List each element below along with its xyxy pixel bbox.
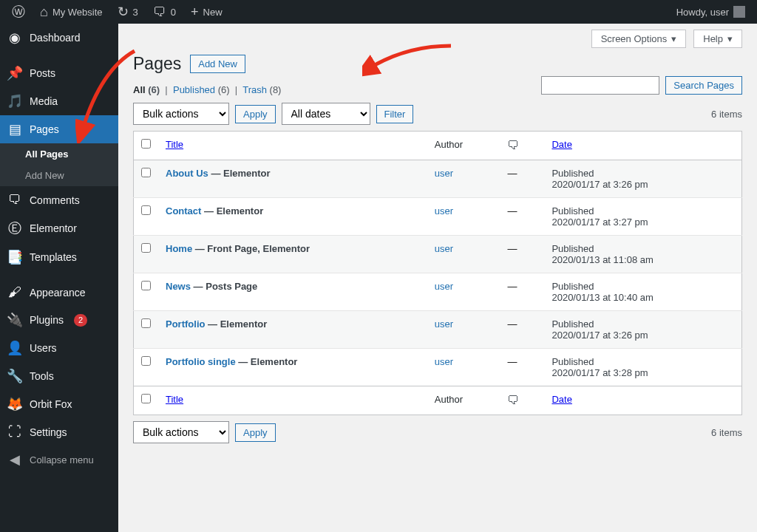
menu-separator bbox=[0, 271, 118, 279]
comments-cell: — bbox=[500, 236, 544, 273]
plus-icon: + bbox=[191, 4, 199, 20]
submenu-all-pages[interactable]: All Pages bbox=[0, 143, 118, 165]
row-checkbox[interactable] bbox=[141, 281, 151, 290]
search-input[interactable] bbox=[541, 76, 659, 95]
page-title-link[interactable]: News bbox=[166, 281, 191, 292]
site-name-label: My Website bbox=[52, 7, 103, 18]
updates-link[interactable]: ↻3 bbox=[112, 0, 144, 24]
author-link[interactable]: user bbox=[435, 243, 453, 254]
date-cell: Published2020/01/13 at 11:08 am bbox=[544, 236, 741, 273]
search-button[interactable]: Search Pages bbox=[665, 76, 742, 95]
pages-table: Title Author 🗨 Date About Us — Elementor… bbox=[133, 131, 742, 415]
col-title-sort[interactable]: Title bbox=[166, 139, 183, 150]
sidebar-item-dashboard[interactable]: ◉Dashboard bbox=[0, 24, 118, 52]
wrench-icon: 🔧 bbox=[7, 368, 22, 384]
add-new-button[interactable]: Add New bbox=[190, 55, 245, 73]
sidebar-label: Posts bbox=[30, 67, 55, 79]
row-checkbox[interactable] bbox=[141, 318, 151, 328]
author-link[interactable]: user bbox=[435, 356, 453, 367]
item-count-bottom: 6 items bbox=[711, 427, 742, 438]
apply-button-bottom[interactable]: Apply bbox=[235, 423, 276, 442]
post-state: — Elementor bbox=[208, 318, 267, 330]
apply-button[interactable]: Apply bbox=[235, 105, 276, 123]
submenu-add-new[interactable]: Add New bbox=[0, 165, 118, 186]
heading-row: Pages Add New bbox=[133, 54, 742, 74]
sidebar-label: Users bbox=[30, 342, 57, 354]
screen-meta-row: Screen Options ▾ Help ▾ bbox=[133, 24, 742, 54]
table-row: News — Posts Page user — Published2020/0… bbox=[134, 273, 742, 311]
sidebar-item-appearance[interactable]: 🖌Appearance bbox=[0, 279, 118, 306]
filter-all[interactable]: All (6) bbox=[133, 84, 160, 95]
filter-published[interactable]: Published (6) bbox=[173, 84, 230, 95]
row-checkbox[interactable] bbox=[141, 243, 151, 253]
select-all-checkbox[interactable] bbox=[141, 139, 151, 149]
comments-cell: — bbox=[500, 198, 544, 236]
table-row: Portfolio single — Elementor user — Publ… bbox=[134, 349, 742, 386]
post-state: — Posts Page bbox=[194, 281, 258, 292]
account-link[interactable]: Howdy, user bbox=[671, 0, 751, 24]
screen-options-label: Screen Options bbox=[601, 33, 668, 44]
site-name-link[interactable]: ⌂My Website bbox=[34, 0, 109, 24]
new-label: New bbox=[203, 7, 223, 18]
sidebar-item-plugins[interactable]: 🔌Plugins2 bbox=[0, 306, 118, 334]
dashboard-icon: ◉ bbox=[7, 30, 22, 46]
sidebar-item-tools[interactable]: 🔧Tools bbox=[0, 362, 118, 390]
row-checkbox[interactable] bbox=[141, 168, 151, 177]
sidebar-item-users[interactable]: 👤Users bbox=[0, 334, 118, 362]
menu-separator bbox=[0, 52, 118, 59]
author-link[interactable]: user bbox=[435, 318, 453, 330]
page-title-link[interactable]: Portfolio single bbox=[166, 356, 236, 367]
date-filter-select[interactable]: All dates bbox=[282, 103, 370, 125]
content-area: Screen Options ▾ Help ▾ Pages Add New Al… bbox=[118, 24, 757, 532]
admin-bar-left: ⓦ ⌂My Website ↻3 🗨0 +New bbox=[6, 0, 228, 24]
page-title-link[interactable]: Contact bbox=[166, 205, 201, 216]
filter-button[interactable]: Filter bbox=[376, 105, 414, 123]
sidebar-item-pages[interactable]: ▤Pages bbox=[0, 115, 118, 143]
post-state: — Elementor bbox=[238, 356, 297, 367]
page-title-link[interactable]: Home bbox=[166, 243, 192, 254]
comment-icon: 🗨 bbox=[153, 4, 166, 20]
col-date-sort[interactable]: Date bbox=[551, 139, 571, 150]
col-title-sort-foot[interactable]: Title bbox=[166, 394, 183, 405]
sidebar-item-settings[interactable]: ⛶Settings bbox=[0, 418, 118, 446]
author-link[interactable]: user bbox=[435, 281, 453, 292]
bulk-actions-select[interactable]: Bulk actions bbox=[133, 103, 229, 125]
sidebar-label: Pages bbox=[30, 123, 59, 135]
sidebar-label: Settings bbox=[30, 426, 67, 438]
screen-options-button[interactable]: Screen Options ▾ bbox=[591, 30, 687, 48]
new-content-link[interactable]: +New bbox=[185, 0, 228, 24]
author-link[interactable]: user bbox=[435, 168, 453, 179]
sidebar-item-media[interactable]: 🎵Media bbox=[0, 87, 118, 115]
wp-logo[interactable]: ⓦ bbox=[6, 0, 31, 24]
sidebar-item-posts[interactable]: 📌Posts bbox=[0, 59, 118, 87]
sidebar-item-orbitfox[interactable]: 🦊Orbit Fox bbox=[0, 390, 118, 418]
sidebar-item-templates[interactable]: 📑Templates bbox=[0, 243, 118, 271]
date-cell: Published2020/01/13 at 10:40 am bbox=[544, 273, 741, 311]
tablenav-bottom: Bulk actions Apply 6 items bbox=[133, 421, 742, 443]
home-icon: ⌂ bbox=[40, 4, 48, 20]
col-author-foot: Author bbox=[427, 386, 500, 415]
collapse-menu[interactable]: ◀Collapse menu bbox=[0, 446, 118, 474]
date-cell: Published2020/01/17 at 3:26 pm bbox=[544, 311, 741, 349]
tablenav-top: Bulk actions Apply All dates Filter 6 it… bbox=[133, 103, 742, 125]
sidebar-item-elementor[interactable]: ⒺElementor bbox=[0, 214, 118, 243]
sidebar-item-comments[interactable]: 🗨Comments bbox=[0, 186, 118, 214]
help-label: Help bbox=[703, 33, 723, 44]
row-checkbox[interactable] bbox=[141, 205, 151, 215]
page-title-link[interactable]: About Us bbox=[166, 168, 208, 179]
author-link[interactable]: user bbox=[435, 205, 453, 216]
chevron-down-icon: ▾ bbox=[727, 33, 733, 44]
select-all-checkbox-foot[interactable] bbox=[141, 394, 151, 403]
date-cell: Published2020/01/17 at 3:26 pm bbox=[544, 160, 741, 198]
row-checkbox[interactable] bbox=[141, 356, 151, 366]
bulk-actions-select-bottom[interactable]: Bulk actions bbox=[133, 421, 229, 443]
page-title-link[interactable]: Portfolio bbox=[166, 318, 205, 330]
col-date-sort-foot[interactable]: Date bbox=[551, 394, 571, 405]
help-button[interactable]: Help ▾ bbox=[693, 30, 742, 48]
comments-link[interactable]: 🗨0 bbox=[147, 0, 182, 24]
comment-bubble-icon: 🗨 bbox=[507, 394, 519, 406]
comments-cell: — bbox=[500, 311, 544, 349]
sidebar-label: Appearance bbox=[30, 287, 86, 299]
media-icon: 🎵 bbox=[7, 93, 22, 109]
filter-trash[interactable]: Trash (8) bbox=[242, 84, 281, 95]
